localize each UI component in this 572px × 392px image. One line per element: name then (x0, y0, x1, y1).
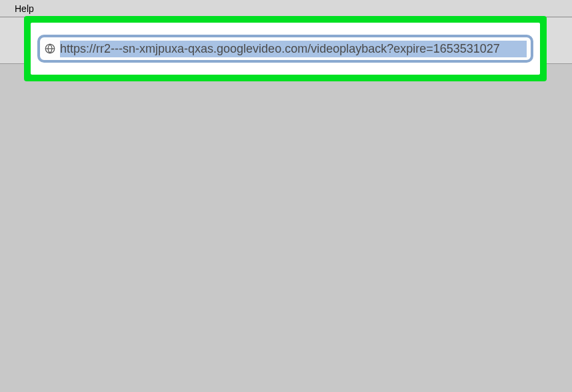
url-field[interactable]: https://rr2---sn-xmjpuxa-qxas.googlevide… (37, 35, 533, 63)
menubar: Help (0, 0, 572, 17)
globe-icon (44, 43, 56, 55)
url-text[interactable]: https://rr2---sn-xmjpuxa-qxas.googlevide… (60, 41, 527, 57)
menu-help[interactable]: Help (15, 3, 34, 14)
highlight-annotation: https://rr2---sn-xmjpuxa-qxas.googlevide… (24, 16, 547, 81)
url-panel: https://rr2---sn-xmjpuxa-qxas.googlevide… (31, 23, 540, 75)
content-area (0, 64, 572, 392)
